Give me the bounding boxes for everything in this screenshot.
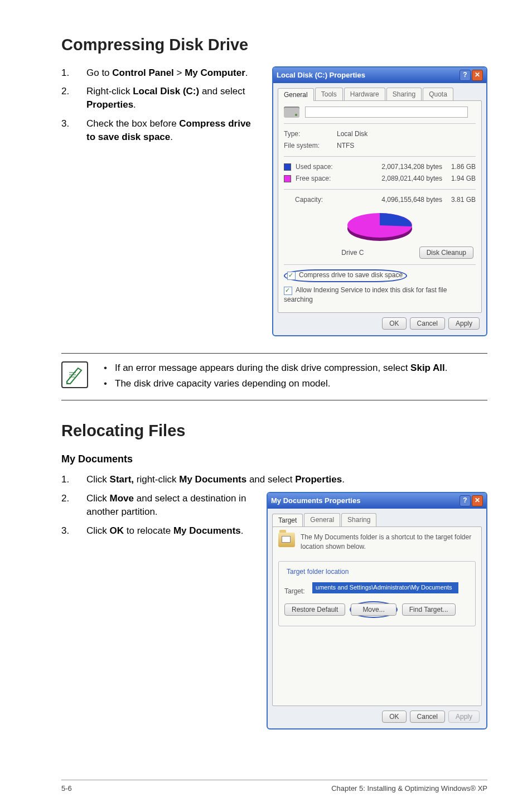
tab-hardware[interactable]: Hardware (344, 88, 385, 101)
row-used: Used space: 2,007,134,208 bytes 1.86 GB (284, 161, 476, 173)
tab-general[interactable]: General (304, 513, 340, 526)
label-type: Type: (284, 129, 337, 139)
text: Right-click (86, 86, 133, 96)
tab-panel: The My Documents folder is a shortcut to… (272, 526, 482, 706)
step-r3: Click OK to relocate My Documents. (61, 524, 255, 538)
apply-button[interactable]: Apply (448, 317, 480, 330)
tab-target[interactable]: Target (272, 514, 303, 527)
ok-button[interactable]: OK (382, 317, 406, 330)
dialog-local-disk-properties: Local Disk (C:) Properties ? ✕ General T… (272, 66, 487, 336)
tab-sharing[interactable]: Sharing (341, 513, 376, 526)
find-target-button[interactable]: Find Target... (402, 603, 456, 616)
value-capacity-gb: 3.81 GB (442, 195, 476, 205)
text: . (342, 474, 345, 485)
text: and select (246, 474, 295, 485)
tab-tools[interactable]: Tools (315, 88, 343, 101)
disk-cleanup-button[interactable]: Disk Cleanup (419, 247, 473, 259)
checkbox-indexing[interactable] (284, 287, 292, 295)
label-indexing: Allow Indexing Service to index this dis… (284, 286, 447, 303)
row-capacity: Capacity: 4,096,155,648 bytes 3.81 GB (284, 194, 476, 206)
text-bold: Control Panel (112, 67, 174, 78)
apply-button: Apply (448, 711, 480, 723)
cancel-button[interactable]: Cancel (410, 711, 445, 723)
tab-general[interactable]: General (278, 88, 314, 102)
heading-compressing: Compressing Disk Drive (61, 33, 487, 56)
step-3: Check the box before Compress drive to s… (61, 117, 261, 144)
used-color-icon (284, 163, 291, 171)
note-item-1: If an error message appears during the d… (98, 361, 448, 375)
text-bold: Properties (86, 99, 133, 110)
step-2: Right-click Local Disk (C:) and select P… (61, 85, 261, 112)
text: Click (86, 493, 110, 504)
step-1: Go to Control Panel > My Computer. (61, 66, 261, 80)
volume-label-input[interactable] (305, 107, 468, 118)
text-bold: Move (110, 493, 134, 504)
row-filesystem: File system: NTFS (284, 140, 476, 152)
text: . (241, 525, 244, 536)
note-item-2: The disk drive capacity varies depending… (98, 377, 448, 390)
steps-compress: Go to Control Panel > My Computer. Right… (61, 66, 261, 144)
titlebar: My Documents Properties ? ✕ (268, 493, 486, 509)
tab-sharing[interactable]: Sharing (386, 88, 422, 101)
label-used: Used space: (296, 163, 333, 171)
text: and select (199, 86, 245, 96)
checkbox-compress[interactable] (287, 272, 296, 280)
dialog-mydocuments-properties: My Documents Properties ? ✕ Target Gener… (267, 492, 487, 729)
close-button[interactable]: ✕ (472, 70, 483, 81)
fieldset-target: Target folder location Target: uments an… (278, 561, 476, 626)
close-button[interactable]: ✕ (472, 495, 483, 506)
text: . (445, 363, 448, 373)
text-bold: Local Disk (C:) (133, 86, 199, 96)
help-button[interactable]: ? (460, 495, 471, 506)
heading-relocating: Relocating Files (61, 419, 487, 442)
description-text: The My Documents folder is a shortcut to… (301, 533, 476, 552)
legend-target: Target folder location (284, 567, 351, 577)
subheading-mydocuments: My Documents (61, 452, 487, 466)
tab-strip: Target General Sharing (268, 509, 486, 526)
help-button[interactable]: ? (460, 70, 471, 81)
free-color-icon (284, 175, 291, 182)
label-drive-c: Drive C (286, 248, 419, 258)
highlight-move-button: Move... (350, 601, 397, 618)
text: Check the box before (86, 118, 179, 129)
text: . (245, 67, 248, 78)
pie-chart-icon (344, 210, 416, 243)
move-button[interactable]: Move... (351, 603, 396, 616)
text-bold: My Documents (173, 525, 241, 536)
highlight-compress-option: Compress drive to save disk space (284, 269, 407, 282)
text: right-click (134, 474, 179, 485)
tab-panel: Type: Local Disk File system: NTFS Used … (278, 100, 482, 312)
step-r2: Click Move and select a destination in a… (61, 492, 255, 519)
value-filesystem: NTFS (337, 141, 476, 151)
note-icon (61, 361, 88, 388)
steps-relocate: Click Start, right-click My Documents an… (61, 473, 487, 486)
value-used-bytes: 2,007,134,208 bytes (381, 163, 442, 171)
text: Click (86, 474, 110, 485)
folder-icon (278, 533, 295, 547)
value-used-gb: 1.86 GB (442, 162, 476, 172)
text: Click (86, 525, 110, 536)
window-title: Local Disk (C:) Properties (277, 70, 365, 80)
text-bold: OK (110, 525, 124, 536)
label-free: Free space: (296, 175, 331, 182)
window-title: My Documents Properties (271, 496, 360, 506)
tab-strip: General Tools Hardware Sharing Quota (273, 83, 486, 101)
label-target: Target: (284, 587, 305, 595)
text: . (170, 132, 173, 142)
value-capacity-bytes: 4,096,155,648 bytes (381, 196, 442, 204)
text-bold: Skip All (410, 363, 445, 373)
input-target-path[interactable]: uments and Settings\Administrator\My Doc… (312, 582, 458, 593)
value-free-gb: 1.94 GB (442, 174, 476, 183)
restore-default-button[interactable]: Restore Default (284, 603, 345, 616)
note-box: If an error message appears during the d… (61, 353, 487, 401)
cancel-button[interactable]: Cancel (410, 317, 445, 330)
text-bold: My Documents (179, 474, 246, 485)
value-free-bytes: 2,089,021,440 bytes (381, 175, 442, 182)
text-bold: Properties (295, 474, 342, 485)
page-footer: 5-6 Chapter 5: Installing & Optimizing W… (61, 780, 487, 794)
label-filesystem: File system: (284, 141, 337, 151)
ok-button[interactable]: OK (382, 711, 406, 723)
row-free: Free space: 2,089,021,440 bytes 1.94 GB (284, 173, 476, 185)
value-type: Local Disk (337, 129, 476, 139)
tab-quota[interactable]: Quota (423, 88, 453, 101)
